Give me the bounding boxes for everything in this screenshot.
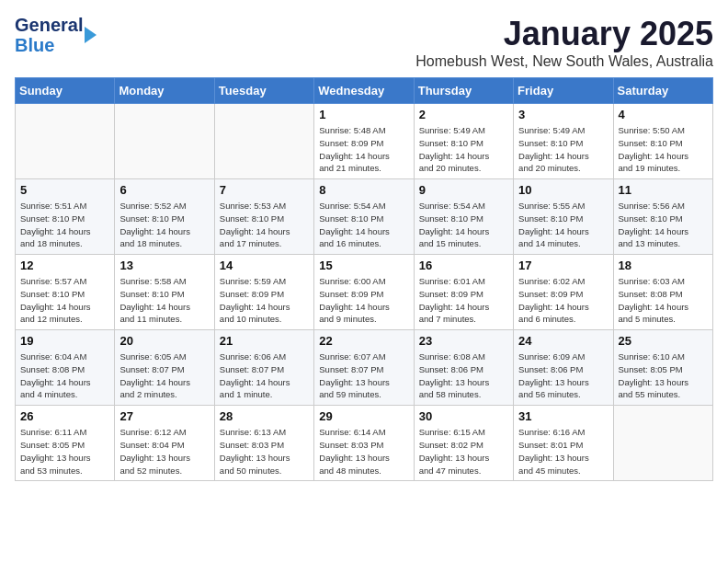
calendar-table: SundayMondayTuesdayWednesdayThursdayFrid… bbox=[15, 77, 713, 481]
week-row-1: 1Sunrise: 5:48 AM Sunset: 8:09 PM Daylig… bbox=[16, 104, 713, 179]
day-info: Sunrise: 5:57 AM Sunset: 8:10 PM Dayligh… bbox=[20, 275, 109, 326]
day-info: Sunrise: 5:51 AM Sunset: 8:10 PM Dayligh… bbox=[20, 200, 109, 250]
calendar-cell bbox=[613, 406, 712, 481]
day-number: 11 bbox=[619, 183, 708, 197]
calendar-header: SundayMondayTuesdayWednesdayThursdayFrid… bbox=[16, 78, 713, 104]
month-title: January 2025 bbox=[415, 15, 713, 53]
day-info: Sunrise: 5:49 AM Sunset: 8:10 PM Dayligh… bbox=[419, 124, 508, 175]
day-number: 19 bbox=[20, 334, 109, 348]
day-number: 30 bbox=[419, 409, 508, 423]
day-number: 15 bbox=[319, 259, 408, 272]
calendar-cell: 10Sunrise: 5:55 AM Sunset: 8:10 PM Dayli… bbox=[514, 179, 613, 255]
calendar-cell: 12Sunrise: 5:57 AM Sunset: 8:10 PM Dayli… bbox=[16, 255, 115, 330]
day-info: Sunrise: 5:54 AM Sunset: 8:10 PM Dayligh… bbox=[419, 200, 508, 250]
day-number: 1 bbox=[319, 108, 408, 121]
header-row: SundayMondayTuesdayWednesdayThursdayFrid… bbox=[16, 78, 713, 104]
logo-blue: Blue bbox=[15, 35, 83, 55]
calendar-cell: 8Sunrise: 5:54 AM Sunset: 8:10 PM Daylig… bbox=[314, 179, 414, 255]
header-day-saturday: Saturday bbox=[613, 78, 712, 104]
header-day-monday: Monday bbox=[115, 78, 214, 104]
calendar-cell: 19Sunrise: 6:04 AM Sunset: 8:08 PM Dayli… bbox=[16, 330, 115, 406]
day-info: Sunrise: 6:12 AM Sunset: 8:04 PM Dayligh… bbox=[119, 426, 209, 477]
calendar-cell: 16Sunrise: 6:01 AM Sunset: 8:09 PM Dayli… bbox=[414, 255, 513, 330]
day-number: 8 bbox=[319, 183, 408, 197]
day-info: Sunrise: 6:06 AM Sunset: 8:07 PM Dayligh… bbox=[220, 350, 309, 401]
day-info: Sunrise: 6:04 AM Sunset: 8:08 PM Dayligh… bbox=[20, 350, 109, 401]
header-day-tuesday: Tuesday bbox=[214, 78, 313, 104]
day-info: Sunrise: 6:11 AM Sunset: 8:05 PM Dayligh… bbox=[20, 426, 109, 477]
day-number: 5 bbox=[20, 183, 109, 197]
day-info: Sunrise: 6:15 AM Sunset: 8:02 PM Dayligh… bbox=[419, 426, 508, 477]
calendar-cell: 31Sunrise: 6:16 AM Sunset: 8:01 PM Dayli… bbox=[514, 406, 613, 481]
header-day-sunday: Sunday bbox=[16, 78, 115, 104]
day-number: 16 bbox=[419, 259, 508, 272]
calendar-cell: 18Sunrise: 6:03 AM Sunset: 8:08 PM Dayli… bbox=[613, 255, 712, 330]
calendar-cell: 29Sunrise: 6:14 AM Sunset: 8:03 PM Dayli… bbox=[314, 406, 414, 481]
day-number: 13 bbox=[119, 259, 209, 272]
calendar-cell: 13Sunrise: 5:58 AM Sunset: 8:10 PM Dayli… bbox=[115, 255, 214, 330]
day-number: 26 bbox=[20, 409, 109, 423]
calendar-cell: 24Sunrise: 6:09 AM Sunset: 8:06 PM Dayli… bbox=[514, 330, 613, 406]
day-number: 4 bbox=[619, 108, 708, 121]
calendar-cell: 7Sunrise: 5:53 AM Sunset: 8:10 PM Daylig… bbox=[214, 179, 313, 255]
calendar-cell: 25Sunrise: 6:10 AM Sunset: 8:05 PM Dayli… bbox=[613, 330, 712, 406]
calendar-cell: 23Sunrise: 6:08 AM Sunset: 8:06 PM Dayli… bbox=[414, 330, 513, 406]
week-row-5: 26Sunrise: 6:11 AM Sunset: 8:05 PM Dayli… bbox=[16, 406, 713, 481]
week-row-4: 19Sunrise: 6:04 AM Sunset: 8:08 PM Dayli… bbox=[16, 330, 713, 406]
day-info: Sunrise: 5:48 AM Sunset: 8:09 PM Dayligh… bbox=[319, 124, 408, 175]
calendar-cell bbox=[16, 104, 115, 179]
calendar-cell: 11Sunrise: 5:56 AM Sunset: 8:10 PM Dayli… bbox=[613, 179, 712, 255]
day-info: Sunrise: 6:01 AM Sunset: 8:09 PM Dayligh… bbox=[419, 275, 508, 326]
calendar-cell: 6Sunrise: 5:52 AM Sunset: 8:10 PM Daylig… bbox=[115, 179, 214, 255]
day-number: 14 bbox=[220, 259, 309, 272]
day-number: 17 bbox=[518, 259, 608, 272]
day-info: Sunrise: 5:55 AM Sunset: 8:10 PM Dayligh… bbox=[518, 200, 608, 250]
week-row-2: 5Sunrise: 5:51 AM Sunset: 8:10 PM Daylig… bbox=[16, 179, 713, 255]
location-title: Homebush West, New South Wales, Australi… bbox=[415, 53, 713, 70]
day-info: Sunrise: 6:13 AM Sunset: 8:03 PM Dayligh… bbox=[220, 426, 309, 477]
day-number: 20 bbox=[119, 334, 209, 348]
logo: General Blue bbox=[15, 15, 97, 55]
calendar-cell: 26Sunrise: 6:11 AM Sunset: 8:05 PM Dayli… bbox=[16, 406, 115, 481]
logo-general: General bbox=[15, 15, 83, 35]
calendar-cell: 4Sunrise: 5:50 AM Sunset: 8:10 PM Daylig… bbox=[613, 104, 712, 179]
day-info: Sunrise: 5:56 AM Sunset: 8:10 PM Dayligh… bbox=[619, 200, 708, 250]
calendar-body: 1Sunrise: 5:48 AM Sunset: 8:09 PM Daylig… bbox=[16, 104, 713, 481]
calendar-cell: 14Sunrise: 5:59 AM Sunset: 8:09 PM Dayli… bbox=[214, 255, 313, 330]
day-number: 28 bbox=[220, 409, 309, 423]
calendar-cell: 30Sunrise: 6:15 AM Sunset: 8:02 PM Dayli… bbox=[414, 406, 513, 481]
logo-block: General Blue bbox=[15, 15, 97, 55]
day-info: Sunrise: 6:16 AM Sunset: 8:01 PM Dayligh… bbox=[518, 426, 608, 477]
calendar-cell bbox=[214, 104, 313, 179]
day-number: 9 bbox=[419, 183, 508, 197]
day-info: Sunrise: 6:02 AM Sunset: 8:09 PM Dayligh… bbox=[518, 275, 608, 326]
header-day-thursday: Thursday bbox=[414, 78, 513, 104]
day-info: Sunrise: 5:52 AM Sunset: 8:10 PM Dayligh… bbox=[119, 200, 209, 250]
day-number: 18 bbox=[619, 259, 708, 272]
day-number: 31 bbox=[518, 409, 608, 423]
calendar-cell bbox=[115, 104, 214, 179]
day-number: 6 bbox=[119, 183, 209, 197]
day-number: 22 bbox=[319, 334, 408, 348]
calendar-cell: 21Sunrise: 6:06 AM Sunset: 8:07 PM Dayli… bbox=[214, 330, 313, 406]
week-row-3: 12Sunrise: 5:57 AM Sunset: 8:10 PM Dayli… bbox=[16, 255, 713, 330]
day-number: 24 bbox=[518, 334, 608, 348]
calendar-cell: 20Sunrise: 6:05 AM Sunset: 8:07 PM Dayli… bbox=[115, 330, 214, 406]
day-info: Sunrise: 6:00 AM Sunset: 8:09 PM Dayligh… bbox=[319, 275, 408, 326]
day-number: 27 bbox=[119, 409, 209, 423]
day-info: Sunrise: 6:10 AM Sunset: 8:05 PM Dayligh… bbox=[619, 350, 708, 401]
day-number: 23 bbox=[419, 334, 508, 348]
day-info: Sunrise: 6:03 AM Sunset: 8:08 PM Dayligh… bbox=[619, 275, 708, 326]
day-number: 29 bbox=[319, 409, 408, 423]
day-info: Sunrise: 5:49 AM Sunset: 8:10 PM Dayligh… bbox=[518, 124, 608, 175]
calendar-cell: 3Sunrise: 5:49 AM Sunset: 8:10 PM Daylig… bbox=[514, 104, 613, 179]
page-header: General Blue January 2025 Homebush West,… bbox=[15, 15, 713, 70]
day-info: Sunrise: 5:50 AM Sunset: 8:10 PM Dayligh… bbox=[619, 124, 708, 175]
day-number: 21 bbox=[220, 334, 309, 348]
day-info: Sunrise: 5:54 AM Sunset: 8:10 PM Dayligh… bbox=[319, 200, 408, 250]
calendar-cell: 1Sunrise: 5:48 AM Sunset: 8:09 PM Daylig… bbox=[314, 104, 414, 179]
calendar-cell: 9Sunrise: 5:54 AM Sunset: 8:10 PM Daylig… bbox=[414, 179, 513, 255]
day-number: 3 bbox=[518, 108, 608, 121]
day-info: Sunrise: 6:05 AM Sunset: 8:07 PM Dayligh… bbox=[119, 350, 209, 401]
day-number: 10 bbox=[518, 183, 608, 197]
